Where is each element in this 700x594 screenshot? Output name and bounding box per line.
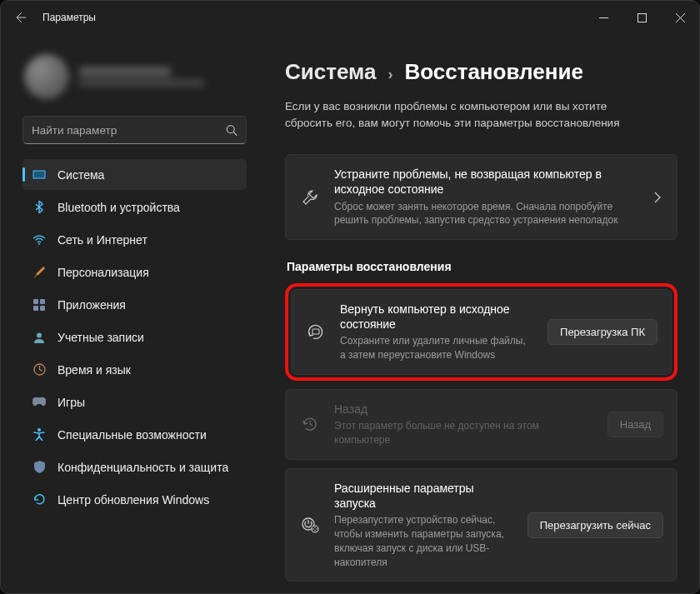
bluetooth-icon bbox=[32, 201, 46, 214]
card-desc: Этот параметр больше не доступен на этом… bbox=[334, 419, 592, 447]
settings-window: Параметры bbox=[0, 0, 700, 594]
svg-point-9 bbox=[37, 332, 42, 337]
section-heading: Параметры восстановления bbox=[287, 260, 678, 273]
restart-now-button[interactable]: Перезагрузить сейчас bbox=[528, 512, 663, 538]
nav-label: Время и язык bbox=[58, 363, 131, 377]
card-title: Расширенные параметры запуска bbox=[334, 481, 512, 511]
svg-rect-3 bbox=[34, 171, 45, 177]
wrench-icon bbox=[301, 189, 319, 206]
minimize-button[interactable] bbox=[584, 1, 622, 34]
nav-accounts[interactable]: Учетные записи bbox=[22, 322, 247, 352]
breadcrumb: Система › Восстановление bbox=[285, 59, 678, 85]
nav-bluetooth[interactable]: Bluetooth и устройства bbox=[22, 192, 247, 222]
clock-globe-icon bbox=[32, 363, 46, 377]
gamepad-icon bbox=[32, 396, 46, 409]
person-icon bbox=[32, 331, 46, 344]
page-subtitle: Если у вас возникли проблемы с компьютер… bbox=[285, 98, 643, 131]
avatar bbox=[24, 54, 69, 99]
breadcrumb-parent[interactable]: Система bbox=[285, 59, 376, 85]
svg-rect-8 bbox=[40, 306, 45, 311]
nav-system[interactable]: Система bbox=[22, 159, 247, 190]
card-desc: Сброс может занять некоторое время. Снач… bbox=[334, 200, 637, 228]
window-title: Параметры bbox=[42, 12, 96, 23]
nav-network[interactable]: Сеть и Интернет bbox=[22, 224, 247, 255]
highlight-annotation: Вернуть компьютер в исходное состояние С… bbox=[285, 283, 678, 381]
card-title: Назад bbox=[334, 402, 592, 417]
arrow-left-icon bbox=[13, 11, 27, 24]
go-back-card: Назад Этот параметр больше не доступен н… bbox=[285, 389, 678, 460]
svg-point-11 bbox=[38, 428, 41, 432]
reset-pc-card: Вернуть компьютер в исходное состояние С… bbox=[291, 289, 672, 375]
card-desc: Перезапустите устройство сейчас, чтобы и… bbox=[334, 513, 512, 569]
page-title: Восстановление bbox=[404, 59, 582, 85]
troubleshoot-card[interactable]: Устраните проблемы, не возвращая компьют… bbox=[285, 154, 678, 240]
apps-icon bbox=[32, 298, 46, 312]
nav-label: Специальные возможности bbox=[58, 428, 207, 442]
svg-rect-5 bbox=[33, 299, 38, 304]
svg-rect-7 bbox=[33, 306, 38, 311]
nav-label: Система bbox=[58, 168, 104, 182]
titlebar: Параметры bbox=[1, 1, 699, 34]
nav-apps[interactable]: Приложения bbox=[22, 289, 247, 320]
search-icon bbox=[226, 124, 238, 137]
sidebar: Система Bluetooth и устройства Сеть и Ин… bbox=[1, 34, 255, 593]
search-box[interactable] bbox=[22, 116, 247, 144]
go-back-button: Назад bbox=[608, 412, 663, 437]
nav-label: Конфиденциальность и защита bbox=[58, 461, 228, 474]
nav-list: Система Bluetooth и устройства Сеть и Ин… bbox=[22, 159, 247, 515]
close-icon bbox=[676, 13, 685, 22]
maximize-button[interactable] bbox=[622, 1, 661, 34]
nav-label: Персонализация bbox=[58, 266, 149, 279]
svg-rect-0 bbox=[638, 13, 646, 22]
maximize-icon bbox=[638, 13, 647, 22]
card-desc: Сохраните или удалите личные файлы, а за… bbox=[340, 334, 532, 362]
card-title: Устраните проблемы, не возвращая компьют… bbox=[334, 167, 637, 197]
update-icon bbox=[32, 493, 46, 507]
svg-point-4 bbox=[38, 243, 40, 245]
chevron-right-icon: › bbox=[388, 66, 392, 83]
reset-icon bbox=[307, 324, 325, 341]
close-button[interactable] bbox=[661, 1, 699, 34]
history-icon bbox=[301, 416, 319, 432]
nav-windows-update[interactable]: Центр обновления Windows bbox=[22, 484, 247, 515]
nav-accessibility[interactable]: Специальные возможности bbox=[22, 419, 247, 450]
chevron-right-icon bbox=[652, 192, 663, 203]
nav-label: Приложения bbox=[58, 298, 126, 312]
user-profile[interactable] bbox=[22, 42, 247, 114]
nav-label: Сеть и Интернет bbox=[58, 233, 148, 247]
search-input[interactable] bbox=[32, 124, 226, 137]
display-icon bbox=[32, 168, 46, 182]
nav-label: Учетные записи bbox=[58, 331, 144, 344]
main-content: Система › Восстановление Если у вас возн… bbox=[255, 34, 699, 593]
nav-gaming[interactable]: Игры bbox=[22, 387, 247, 417]
card-title: Вернуть компьютер в исходное состояние bbox=[340, 302, 532, 332]
nav-label: Игры bbox=[58, 396, 85, 409]
svg-point-1 bbox=[227, 125, 234, 132]
advanced-startup-card: Расширенные параметры запуска Перезапуст… bbox=[285, 468, 678, 582]
nav-time-language[interactable]: Время и язык bbox=[22, 354, 247, 385]
nav-privacy[interactable]: Конфиденциальность и защита bbox=[22, 452, 247, 482]
wifi-icon bbox=[32, 233, 46, 247]
nav-label: Bluetooth и устройства bbox=[58, 201, 180, 214]
svg-rect-6 bbox=[40, 299, 45, 304]
power-settings-icon bbox=[301, 517, 319, 533]
nav-personalization[interactable]: Персонализация bbox=[22, 257, 247, 287]
minimize-icon bbox=[599, 13, 608, 22]
svg-rect-12 bbox=[312, 329, 319, 334]
back-button[interactable] bbox=[12, 10, 28, 25]
nav-label: Центр обновления Windows bbox=[58, 493, 209, 507]
paintbrush-icon bbox=[32, 266, 46, 279]
accessibility-icon bbox=[32, 428, 46, 442]
reset-pc-button[interactable]: Перезагрузка ПК bbox=[548, 319, 658, 345]
shield-icon bbox=[32, 461, 46, 474]
